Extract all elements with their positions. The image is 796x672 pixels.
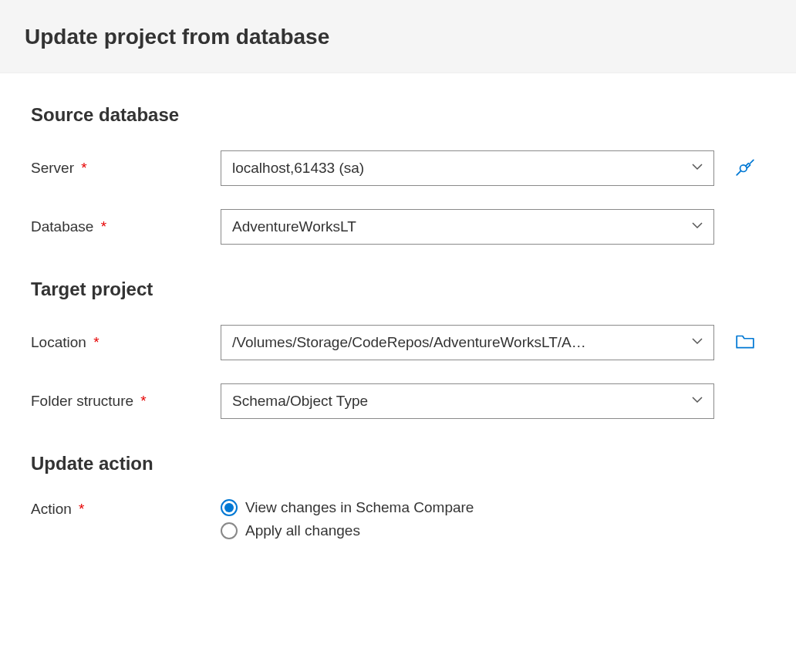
folder-icon — [735, 333, 755, 353]
update-action-section: Update action Action * View changes in S… — [31, 453, 765, 539]
server-select[interactable]: localhost,61433 (sa) — [221, 150, 714, 186]
source-database-heading: Source database — [31, 104, 765, 126]
dialog-header: Update project from database — [0, 0, 796, 73]
required-asterisk: * — [101, 218, 106, 235]
server-field-row: Server * localhost,61433 (sa) — [31, 150, 765, 186]
location-select[interactable]: /Volumes/Storage/CodeRepos/AdventureWork… — [221, 325, 714, 360]
database-select-value: AdventureWorksLT — [221, 209, 714, 245]
location-select-value: /Volumes/Storage/CodeRepos/AdventureWork… — [221, 325, 714, 360]
connection-plug-icon — [735, 157, 755, 180]
target-project-section: Target project Location * /Volumes/Stora… — [31, 279, 765, 419]
folder-structure-field-row: Folder structure * Schema/Object Type — [31, 383, 765, 419]
action-label: Action * — [31, 499, 221, 518]
required-asterisk: * — [81, 160, 86, 176]
database-select[interactable]: AdventureWorksLT — [221, 209, 714, 245]
source-database-section: Source database Server * localhost,61433… — [31, 104, 765, 245]
radio-label: Apply all changes — [245, 522, 360, 539]
database-label: Database * — [31, 218, 221, 235]
update-action-heading: Update action — [31, 453, 765, 474]
location-label: Location * — [31, 334, 221, 351]
action-radio-group: View changes in Schema Compare Apply all… — [221, 499, 474, 539]
folder-structure-select-value: Schema/Object Type — [221, 383, 714, 419]
dialog-content: Source database Server * localhost,61433… — [0, 73, 796, 589]
required-asterisk: * — [93, 334, 99, 350]
radio-apply-all[interactable]: Apply all changes — [221, 522, 474, 539]
radio-button-unchecked-icon — [221, 522, 238, 539]
required-asterisk: * — [140, 393, 146, 409]
browse-folder-button[interactable] — [736, 333, 754, 352]
server-label: Server * — [31, 160, 221, 177]
radio-view-changes[interactable]: View changes in Schema Compare — [221, 499, 474, 516]
dialog-title: Update project from database — [25, 25, 771, 49]
radio-button-checked-icon — [221, 499, 238, 516]
required-asterisk: * — [79, 501, 84, 517]
folder-structure-select[interactable]: Schema/Object Type — [221, 383, 714, 419]
connect-button[interactable] — [736, 159, 754, 177]
radio-label: View changes in Schema Compare — [245, 499, 474, 516]
action-field-row: Action * View changes in Schema Compare … — [31, 499, 765, 539]
folder-structure-label: Folder structure * — [31, 393, 221, 410]
location-field-row: Location * /Volumes/Storage/CodeRepos/Ad… — [31, 325, 765, 360]
target-project-heading: Target project — [31, 279, 765, 300]
server-select-value: localhost,61433 (sa) — [221, 150, 714, 186]
database-field-row: Database * AdventureWorksLT — [31, 209, 765, 245]
